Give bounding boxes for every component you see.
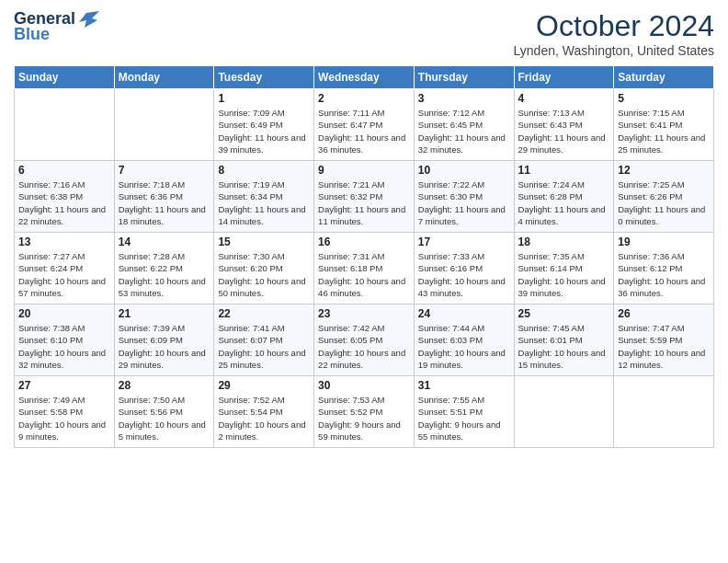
day-info: Sunrise: 7:31 AMSunset: 6:18 PMDaylight:…	[318, 250, 410, 299]
day-info: Sunrise: 7:39 AMSunset: 6:09 PMDaylight:…	[119, 322, 210, 371]
calendar-cell: 12Sunrise: 7:25 AMSunset: 6:26 PMDayligh…	[614, 161, 714, 233]
day-number: 25	[518, 307, 610, 320]
day-info: Sunrise: 7:45 AMSunset: 6:01 PMDaylight:…	[518, 322, 610, 371]
day-number: 4	[518, 92, 610, 105]
calendar-cell: 10Sunrise: 7:22 AMSunset: 6:30 PMDayligh…	[414, 161, 514, 233]
week-row-1: 1Sunrise: 7:09 AMSunset: 6:49 PMDaylight…	[15, 89, 714, 161]
calendar-cell: 14Sunrise: 7:28 AMSunset: 6:22 PMDayligh…	[114, 233, 214, 304]
day-number: 28	[119, 379, 210, 392]
day-info: Sunrise: 7:13 AMSunset: 6:43 PMDaylight:…	[518, 107, 610, 155]
day-info: Sunrise: 7:41 AMSunset: 6:07 PMDaylight:…	[218, 322, 310, 371]
weekday-header-wednesday: Wednesday	[314, 66, 415, 89]
calendar-cell: 9Sunrise: 7:21 AMSunset: 6:32 PMDaylight…	[314, 161, 415, 233]
day-number: 8	[218, 164, 310, 177]
day-info: Sunrise: 7:18 AMSunset: 6:36 PMDaylight:…	[119, 178, 210, 227]
day-number: 21	[119, 307, 210, 320]
calendar-cell: 24Sunrise: 7:44 AMSunset: 6:03 PMDayligh…	[414, 304, 514, 376]
day-number: 9	[318, 164, 410, 177]
calendar-cell: 4Sunrise: 7:13 AMSunset: 6:43 PMDaylight…	[514, 89, 614, 161]
calendar-cell: 7Sunrise: 7:18 AMSunset: 6:36 PMDaylight…	[114, 161, 214, 233]
page: General Blue October 2024 Lynden, Washin…	[0, 0, 728, 563]
day-info: Sunrise: 7:52 AMSunset: 5:54 PMDaylight:…	[218, 394, 310, 442]
day-number: 18	[518, 236, 610, 248]
calendar-cell: 28Sunrise: 7:50 AMSunset: 5:56 PMDayligh…	[114, 376, 214, 448]
week-row-3: 13Sunrise: 7:27 AMSunset: 6:24 PMDayligh…	[15, 233, 714, 304]
calendar-cell: 30Sunrise: 7:53 AMSunset: 5:52 PMDayligh…	[314, 376, 415, 448]
calendar-cell	[114, 89, 214, 161]
weekday-header-saturday: Saturday	[614, 66, 714, 89]
title-area: October 2024 Lynden, Washington, United …	[514, 9, 714, 58]
day-info: Sunrise: 7:25 AMSunset: 6:26 PMDaylight:…	[618, 178, 710, 227]
logo-bird-icon	[79, 11, 99, 28]
day-info: Sunrise: 7:36 AMSunset: 6:12 PMDaylight:…	[618, 250, 710, 299]
calendar-cell: 27Sunrise: 7:49 AMSunset: 5:58 PMDayligh…	[15, 376, 115, 448]
day-number: 27	[18, 379, 110, 392]
calendar-cell: 15Sunrise: 7:30 AMSunset: 6:20 PMDayligh…	[214, 233, 314, 304]
day-info: Sunrise: 7:12 AMSunset: 6:45 PMDaylight:…	[418, 107, 510, 155]
day-info: Sunrise: 7:55 AMSunset: 5:51 PMDaylight:…	[418, 394, 510, 442]
calendar-cell: 3Sunrise: 7:12 AMSunset: 6:45 PMDaylight…	[414, 89, 514, 161]
day-info: Sunrise: 7:53 AMSunset: 5:52 PMDaylight:…	[318, 394, 410, 442]
calendar-cell: 26Sunrise: 7:47 AMSunset: 5:59 PMDayligh…	[614, 304, 714, 376]
week-row-2: 6Sunrise: 7:16 AMSunset: 6:38 PMDaylight…	[15, 161, 714, 233]
weekday-header-thursday: Thursday	[414, 66, 514, 89]
weekday-header-friday: Friday	[514, 66, 614, 89]
week-row-5: 27Sunrise: 7:49 AMSunset: 5:58 PMDayligh…	[15, 376, 714, 448]
calendar-cell: 6Sunrise: 7:16 AMSunset: 6:38 PMDaylight…	[15, 161, 115, 233]
calendar-cell: 20Sunrise: 7:38 AMSunset: 6:10 PMDayligh…	[15, 304, 115, 376]
day-info: Sunrise: 7:35 AMSunset: 6:14 PMDaylight:…	[518, 250, 610, 299]
weekday-header-tuesday: Tuesday	[214, 66, 314, 89]
day-info: Sunrise: 7:38 AMSunset: 6:10 PMDaylight:…	[18, 322, 110, 371]
day-number: 2	[318, 92, 410, 105]
day-info: Sunrise: 7:15 AMSunset: 6:41 PMDaylight:…	[618, 107, 710, 155]
day-number: 29	[218, 379, 310, 392]
day-number: 3	[418, 92, 510, 105]
day-number: 15	[218, 236, 310, 248]
month-title: October 2024	[514, 9, 714, 43]
calendar-cell: 31Sunrise: 7:55 AMSunset: 5:51 PMDayligh…	[414, 376, 514, 448]
calendar-cell: 5Sunrise: 7:15 AMSunset: 6:41 PMDaylight…	[614, 89, 714, 161]
day-number: 13	[18, 236, 110, 248]
day-info: Sunrise: 7:42 AMSunset: 6:05 PMDaylight:…	[318, 322, 410, 371]
day-info: Sunrise: 7:27 AMSunset: 6:24 PMDaylight:…	[18, 250, 110, 299]
weekday-header-monday: Monday	[114, 66, 214, 89]
day-info: Sunrise: 7:22 AMSunset: 6:30 PMDaylight:…	[418, 178, 510, 227]
day-info: Sunrise: 7:33 AMSunset: 6:16 PMDaylight:…	[418, 250, 510, 299]
calendar-cell: 16Sunrise: 7:31 AMSunset: 6:18 PMDayligh…	[314, 233, 415, 304]
week-row-4: 20Sunrise: 7:38 AMSunset: 6:10 PMDayligh…	[15, 304, 714, 376]
day-info: Sunrise: 7:19 AMSunset: 6:34 PMDaylight:…	[218, 178, 310, 227]
logo-blue-text: Blue	[14, 25, 50, 44]
day-info: Sunrise: 7:44 AMSunset: 6:03 PMDaylight:…	[418, 322, 510, 371]
day-number: 22	[218, 307, 310, 320]
day-info: Sunrise: 7:21 AMSunset: 6:32 PMDaylight:…	[318, 178, 410, 227]
day-number: 7	[119, 164, 210, 177]
day-number: 23	[318, 307, 410, 320]
day-number: 17	[418, 236, 510, 248]
day-info: Sunrise: 7:24 AMSunset: 6:28 PMDaylight:…	[518, 178, 610, 227]
svg-marker-0	[79, 11, 99, 28]
day-number: 20	[18, 307, 110, 320]
day-number: 5	[618, 92, 710, 105]
header: General Blue October 2024 Lynden, Washin…	[14, 9, 714, 58]
calendar-cell: 2Sunrise: 7:11 AMSunset: 6:47 PMDaylight…	[314, 89, 415, 161]
weekday-header-sunday: Sunday	[15, 66, 115, 89]
calendar-cell: 1Sunrise: 7:09 AMSunset: 6:49 PMDaylight…	[214, 89, 314, 161]
day-info: Sunrise: 7:09 AMSunset: 6:49 PMDaylight:…	[218, 107, 310, 155]
calendar-cell	[614, 376, 714, 448]
day-number: 6	[18, 164, 110, 177]
day-number: 31	[418, 379, 510, 392]
day-number: 26	[618, 307, 710, 320]
header-row: SundayMondayTuesdayWednesdayThursdayFrid…	[15, 66, 714, 89]
calendar-cell	[514, 376, 614, 448]
calendar-cell: 11Sunrise: 7:24 AMSunset: 6:28 PMDayligh…	[514, 161, 614, 233]
day-number: 16	[318, 236, 410, 248]
day-info: Sunrise: 7:16 AMSunset: 6:38 PMDaylight:…	[18, 178, 110, 227]
calendar-cell: 18Sunrise: 7:35 AMSunset: 6:14 PMDayligh…	[514, 233, 614, 304]
calendar-cell	[15, 89, 115, 161]
day-info: Sunrise: 7:47 AMSunset: 5:59 PMDaylight:…	[618, 322, 710, 371]
day-info: Sunrise: 7:30 AMSunset: 6:20 PMDaylight:…	[218, 250, 310, 299]
calendar-cell: 23Sunrise: 7:42 AMSunset: 6:05 PMDayligh…	[314, 304, 415, 376]
calendar-table: SundayMondayTuesdayWednesdayThursdayFrid…	[14, 65, 714, 448]
day-number: 11	[518, 164, 610, 177]
day-number: 12	[618, 164, 710, 177]
